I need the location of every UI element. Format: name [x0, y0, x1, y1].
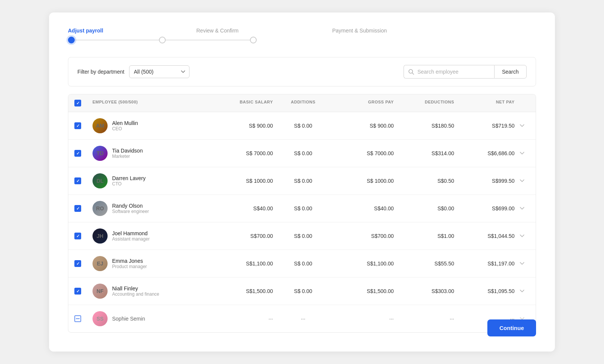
basic-salary-4: S$40.00	[213, 205, 273, 211]
table-row: ✓ EJ Emma Jones Product manager S$1,100.…	[68, 250, 536, 278]
basic-salary-6: S$1,100.00	[213, 261, 273, 267]
additions-5: S$ 0.00	[273, 233, 333, 239]
gross-pay-2: S$ 7000.00	[333, 150, 394, 156]
employee-name-3: Darren Lavery	[112, 175, 146, 181]
expand-row-7[interactable]	[515, 290, 530, 293]
employee-role-5: Assistant manager	[112, 236, 149, 242]
expand-row-2[interactable]	[515, 152, 530, 155]
gross-pay-6: S$1,100.00	[333, 261, 394, 267]
additions-4: S$ 0.00	[273, 205, 333, 211]
row-checkbox-cell[interactable]: ✓	[74, 150, 92, 157]
row-checkbox-cell[interactable]	[74, 315, 92, 322]
search-input[interactable]	[404, 65, 494, 79]
employee-name-6: Emma Jones	[112, 258, 147, 264]
deductions-1: S$180.50	[394, 123, 454, 129]
basic-salary-7: S$1,500.00	[213, 288, 273, 294]
employee-cell-8: SS Sophie Semin	[92, 311, 213, 326]
row-checkbox-2[interactable]: ✓	[74, 150, 81, 157]
expand-row-1[interactable]	[515, 124, 530, 127]
employee-role-3: CTO	[112, 181, 146, 187]
row-checkbox-8[interactable]	[74, 315, 81, 322]
deductions-3: S$0.50	[394, 178, 454, 184]
expand-row-6[interactable]	[515, 262, 530, 265]
col-net-pay: NET PAY	[454, 100, 515, 106]
employee-cell-6: EJ Emma Jones Product manager	[92, 256, 213, 271]
avatar-5: JH	[92, 228, 108, 244]
step-line-2	[166, 40, 250, 40]
net-pay-1: S$719.50	[454, 123, 515, 129]
continue-button[interactable]: Continue	[487, 319, 536, 336]
employee-cell-1: AM Alen Mullin CEO	[92, 118, 213, 133]
step-label-3: Payment & Submission	[332, 28, 408, 34]
avatar-6: EJ	[92, 256, 108, 271]
col-basic-salary: BASIC SALARY	[213, 100, 273, 106]
basic-salary-3: S$ 1000.00	[213, 178, 273, 184]
table-row: ✓ RO Randy Olson Software engineer S$40.…	[68, 195, 536, 222]
avatar-8: SS	[92, 311, 108, 326]
basic-salary-1: S$ 900.00	[213, 123, 273, 129]
search-button[interactable]: Search	[494, 65, 527, 79]
net-pay-4: S$699.00	[454, 205, 515, 211]
header-checkbox-cell[interactable]: ✓	[74, 100, 92, 106]
search-icon	[408, 69, 414, 75]
table-row: ✓ TD Tia Davidson Marketer S$ 7000.00 S$…	[68, 140, 536, 167]
row-checkbox-5[interactable]: ✓	[74, 233, 81, 239]
stepper: Adjust payroll Review & Confirm Payment …	[68, 28, 536, 43]
expand-row-5[interactable]	[515, 234, 530, 238]
additions-8: ···	[273, 316, 333, 322]
row-checkbox-1[interactable]: ✓	[74, 122, 81, 129]
step-dot-3	[250, 37, 257, 43]
main-card: Adjust payroll Review & Confirm Payment …	[49, 12, 555, 352]
select-all-checkbox[interactable]: ✓	[74, 100, 81, 106]
employee-role-6: Product manager	[112, 264, 147, 269]
employee-name-2: Tia Davidson	[112, 148, 143, 154]
employee-role-4: Software engineer	[112, 209, 149, 214]
employee-cell-2: TD Tia Davidson Marketer	[92, 146, 213, 161]
deductions-2: S$314.00	[394, 150, 454, 156]
employee-cell-3: DL Darren Lavery CTO	[92, 173, 213, 188]
employee-name-4: Randy Olson	[112, 203, 149, 209]
filter-bar: Filter by department All (500) Engineeri…	[68, 57, 536, 86]
row-checkbox-4[interactable]: ✓	[74, 205, 81, 212]
employee-cell-7: NF Niall Finley Accounting and finance	[92, 284, 213, 299]
step-label-2: Review & Confirm	[196, 28, 294, 34]
employee-cell-5: JH Joel Hammond Assistant manager	[92, 228, 213, 244]
col-deductions: DEDUCTIONS	[394, 100, 454, 106]
gross-pay-8: ···	[333, 316, 394, 322]
table-row: ✓ DL Darren Lavery CTO S$ 1000.00 S$ 0.0…	[68, 167, 536, 195]
expand-row-4[interactable]	[515, 207, 530, 210]
row-checkbox-cell[interactable]: ✓	[74, 233, 92, 239]
basic-salary-8: ···	[213, 316, 273, 322]
filter-label: Filter by department	[77, 69, 125, 75]
row-checkbox-6[interactable]: ✓	[74, 260, 81, 267]
stepper-labels: Adjust payroll Review & Confirm Payment …	[68, 28, 536, 34]
basic-salary-2: S$ 7000.00	[213, 150, 273, 156]
employee-role-1: CEO	[112, 126, 138, 131]
employee-cell-4: RO Randy Olson Software engineer	[92, 201, 213, 216]
step-dot-1	[68, 37, 75, 43]
table-row: SS Sophie Semin ··· ··· ··· ··· ···	[68, 305, 536, 332]
col-additions: ADDITIONS	[273, 100, 333, 106]
row-checkbox-cell[interactable]: ✓	[74, 260, 92, 267]
employee-name-8: Sophie Semin	[112, 316, 145, 322]
row-checkbox-3[interactable]: ✓	[74, 177, 81, 184]
col-employee: EMPLOYEE (500/500)	[92, 100, 213, 106]
table-row: ✓ JH Joel Hammond Assistant manager S$70…	[68, 222, 536, 250]
row-checkbox-cell[interactable]: ✓	[74, 288, 92, 295]
department-select[interactable]: All (500) Engineering Marketing Finance …	[129, 65, 190, 78]
basic-salary-5: S$700.00	[213, 233, 273, 239]
additions-1: S$ 0.00	[273, 123, 333, 129]
expand-row-3[interactable]	[515, 179, 530, 182]
deductions-5: S$1.00	[394, 233, 454, 239]
row-checkbox-7[interactable]: ✓	[74, 288, 81, 295]
net-pay-3: S$999.50	[454, 178, 515, 184]
col-gross-pay: GROSS PAY	[333, 100, 394, 106]
row-checkbox-cell[interactable]: ✓	[74, 205, 92, 212]
additions-6: S$ 0.00	[273, 261, 333, 267]
gross-pay-4: S$40.00	[333, 205, 394, 211]
row-checkbox-cell[interactable]: ✓	[74, 122, 92, 129]
additions-7: S$ 0.00	[273, 288, 333, 294]
table-row: ✓ AM Alen Mullin CEO S$ 900.00 S$ 0.00 S…	[68, 112, 536, 140]
gross-pay-1: S$ 900.00	[333, 123, 394, 129]
row-checkbox-cell[interactable]: ✓	[74, 177, 92, 184]
